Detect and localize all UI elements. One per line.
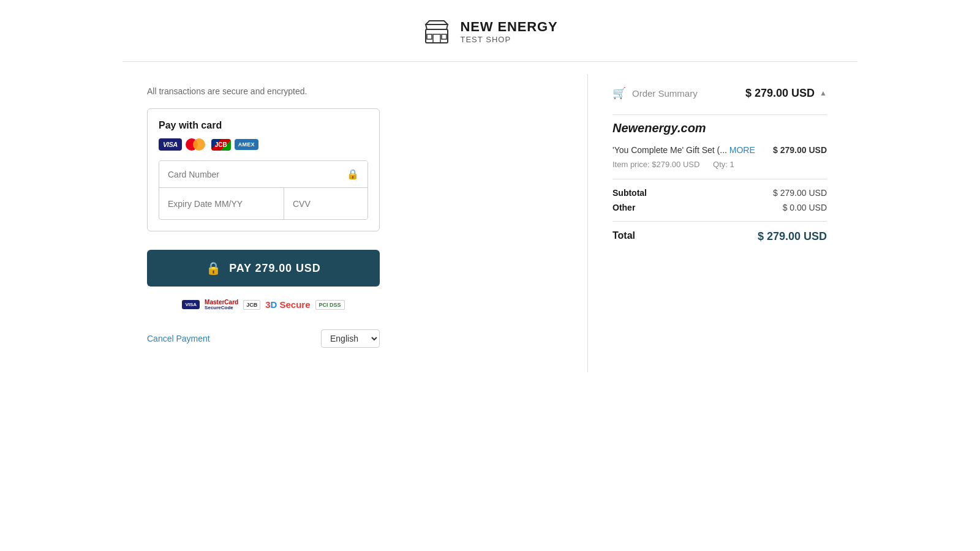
pay-button[interactable]: 🔒 PAY 279.00 USD <box>147 250 380 287</box>
order-summary-amount: $ 279.00 USD <box>745 87 815 100</box>
subtotal-label: Subtotal <box>612 188 647 198</box>
item-name: 'You Complete Me' Gift Set (... MORE <box>612 145 755 155</box>
secure-text: All transactions are secure and encrypte… <box>147 86 551 96</box>
total-label: Total <box>612 230 635 243</box>
right-panel: 🛒 Order Summary $ 279.00 USD ▲ Newenergy… <box>588 74 845 372</box>
card-input-group: 🔒 <box>159 160 368 220</box>
pay-button-label: PAY 279.00 USD <box>229 262 320 275</box>
pay-lock-icon: 🔒 <box>206 261 222 276</box>
card-form-box: Pay with card VISA JCB AMEX 🔒 <box>147 108 380 231</box>
summary-divider-3 <box>612 221 827 222</box>
shop-sub: TEST SHOP <box>460 35 557 45</box>
expiry-input[interactable] <box>159 188 284 219</box>
order-summary-header: 🛒 Order Summary $ 279.00 USD ▲ <box>612 86 827 100</box>
visa-logo: VISA <box>159 138 182 151</box>
svg-rect-1 <box>433 34 440 43</box>
svg-rect-0 <box>426 29 448 43</box>
pci-dss-badge: PCI DSS <box>315 300 345 310</box>
svg-rect-2 <box>427 34 432 39</box>
shop-title-block: NEW ENERGY TEST SHOP <box>460 19 557 45</box>
item-row: 'You Complete Me' Gift Set (... MORE $ 2… <box>612 145 827 155</box>
shop-name: NEW ENERGY <box>460 19 557 35</box>
amex-logo: AMEX <box>235 139 258 150</box>
summary-divider-1 <box>612 114 827 115</box>
subtotal-line: Subtotal $ 279.00 USD <box>612 188 827 198</box>
cvv-input[interactable] <box>293 199 368 209</box>
cart-icon: 🛒 <box>612 86 626 100</box>
jcb-secure-badge: JCB <box>243 300 260 310</box>
bottom-row: Cancel Payment English Français Español … <box>147 329 380 348</box>
card-logos: VISA JCB AMEX <box>159 137 368 152</box>
cvv-row <box>284 188 368 219</box>
other-value: $ 0.00 USD <box>783 203 827 212</box>
left-panel: All transactions are secure and encrypte… <box>135 74 588 372</box>
other-line: Other $ 0.00 USD <box>612 203 827 212</box>
item-details-price: Item price: <box>612 160 652 169</box>
order-summary-total-display: $ 279.00 USD ▲ <box>745 87 827 100</box>
card-number-row: 🔒 <box>159 161 368 188</box>
other-label: Other <box>612 203 635 212</box>
lock-icon: 🔒 <box>347 168 359 180</box>
total-line: Total $ 279.00 USD <box>612 230 827 243</box>
chevron-up-icon[interactable]: ▲ <box>820 89 827 97</box>
security-badges: VISA MasterCard SecureCode JCB 3D Secure… <box>147 299 380 311</box>
order-summary-label: Order Summary <box>632 88 698 99</box>
item-details: Item price: $279.00 USD Qty: 1 <box>612 160 827 169</box>
main-layout: All transactions are secure and encrypte… <box>135 62 845 372</box>
cancel-payment-link[interactable]: Cancel Payment <box>147 334 210 343</box>
svg-rect-3 <box>442 34 447 39</box>
item-qty: Qty: 1 <box>713 160 734 169</box>
jcb-logo: JCB <box>211 139 231 151</box>
item-price: $ 279.00 USD <box>773 145 827 155</box>
pay-with-card-title: Pay with card <box>159 120 368 131</box>
mastercard-secure-badge: MasterCard SecureCode <box>205 299 238 311</box>
shop-icon <box>422 17 451 47</box>
page-header: NEW ENERGY TEST SHOP <box>0 0 980 61</box>
summary-divider-2 <box>612 179 827 179</box>
card-bottom-row <box>159 188 368 219</box>
language-select[interactable]: English Français Español Deutsch <box>321 329 380 348</box>
merchant-name: Newenergy.com <box>612 121 827 135</box>
subtotal-value: $ 279.00 USD <box>773 188 827 198</box>
3d-secure-badge: 3D Secure <box>265 299 310 310</box>
total-value: $ 279.00 USD <box>758 230 827 243</box>
item-more-link[interactable]: MORE <box>729 145 755 155</box>
card-number-input[interactable] <box>168 170 347 179</box>
mastercard-logo <box>186 137 208 152</box>
visa-secure-badge: VISA <box>182 300 200 309</box>
order-summary-left: 🛒 Order Summary <box>612 86 698 100</box>
